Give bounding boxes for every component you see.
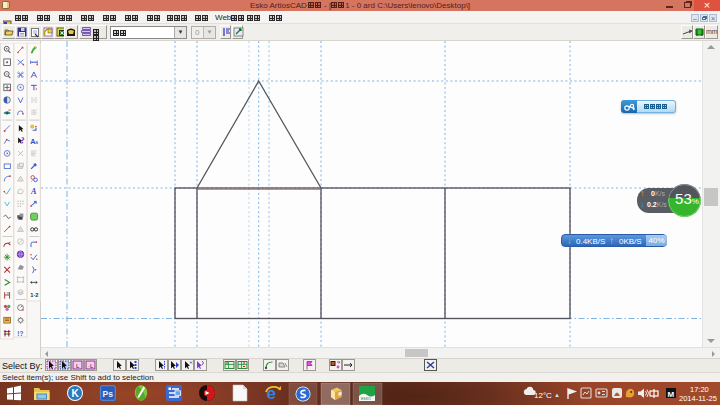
svg-text:·L: ·L xyxy=(88,363,94,369)
svg-text:M: M xyxy=(668,390,675,399)
svg-text:12°C: 12°C xyxy=(534,391,552,400)
svg-text:▲: ▲ xyxy=(554,392,560,398)
svg-text:ESKO: ESKO xyxy=(361,397,371,401)
svg-text:17:20: 17:20 xyxy=(690,385,709,394)
svg-text:K: K xyxy=(72,388,80,399)
svg-text:A: A xyxy=(30,187,37,196)
svg-text:Ps: Ps xyxy=(103,389,114,399)
svg-text:2014-11-25: 2014-11-25 xyxy=(679,394,717,403)
svg-text:a: a xyxy=(35,140,38,145)
svg-text:!?: !? xyxy=(17,330,23,337)
svg-text:1·2: 1·2 xyxy=(30,292,38,298)
